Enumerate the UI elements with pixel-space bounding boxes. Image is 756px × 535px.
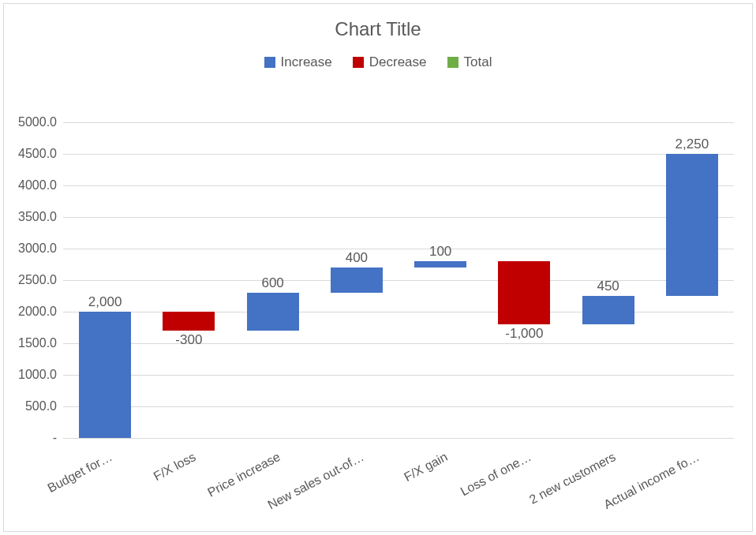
y-tick-label: 500.0 — [25, 399, 63, 413]
bar-data-label: -1,000 — [505, 326, 543, 342]
y-tick-label: - — [53, 431, 63, 445]
gridline — [63, 280, 734, 281]
waterfall-bar — [247, 293, 299, 331]
y-tick-label: 1000.0 — [18, 368, 63, 382]
legend-label-increase: Increase — [281, 54, 332, 70]
gridline — [63, 343, 734, 344]
chart-frame: Chart Title Increase Decrease Total -500… — [3, 3, 753, 532]
legend-item-total: Total — [447, 54, 492, 70]
bar-data-label: -300 — [175, 332, 202, 348]
y-tick-label: 4500.0 — [18, 147, 63, 161]
gridline — [63, 185, 734, 186]
x-tick-label: F/X loss — [152, 450, 198, 484]
y-tick-label: 1500.0 — [18, 336, 63, 350]
waterfall-bar — [498, 261, 550, 324]
y-tick-label: 3000.0 — [18, 241, 63, 256]
y-tick-label: 3500.0 — [18, 210, 63, 224]
gridline — [63, 438, 734, 439]
gridline — [63, 406, 734, 407]
x-tick-label: F/X gain — [402, 450, 450, 484]
waterfall-bar — [79, 312, 131, 438]
waterfall-bar — [414, 261, 466, 268]
gridline — [63, 122, 734, 123]
x-tick-label: Budget for… — [46, 450, 115, 496]
legend-item-decrease: Decrease — [353, 54, 427, 70]
waterfall-bar — [331, 268, 383, 293]
y-tick-label: 2000.0 — [18, 305, 63, 319]
gridline — [63, 217, 734, 218]
legend-item-increase: Increase — [264, 54, 332, 70]
gridline — [63, 375, 734, 376]
x-axis-labels: Budget for…F/X lossPrice increaseNew sal… — [63, 440, 734, 534]
waterfall-bar — [582, 296, 634, 324]
legend-swatch-decrease — [353, 57, 364, 68]
bar-data-label: 2,000 — [88, 294, 122, 310]
y-tick-label: 4000.0 — [18, 178, 63, 193]
bar-data-label: 100 — [429, 244, 451, 260]
bar-data-label: 400 — [346, 250, 368, 266]
legend: Increase Decrease Total — [4, 54, 752, 70]
legend-swatch-increase — [264, 57, 275, 68]
bar-data-label: 2,250 — [676, 137, 709, 152]
x-tick-label: Loss of one… — [458, 450, 534, 499]
bar-data-label: 600 — [261, 275, 283, 291]
gridline — [63, 154, 734, 155]
chart-title: Chart Title — [4, 18, 752, 40]
y-tick-label: 2500.0 — [18, 273, 63, 287]
y-tick-label: 5000.0 — [18, 115, 63, 129]
legend-label-total: Total — [464, 54, 492, 70]
plot-area: -500.01000.01500.02000.02500.03000.03500… — [63, 122, 734, 438]
x-tick-label: Price increase — [205, 450, 283, 499]
waterfall-bar — [666, 154, 718, 296]
waterfall-bar — [163, 312, 215, 331]
gridline — [63, 249, 734, 249]
legend-swatch-total — [447, 57, 458, 68]
legend-label-decrease: Decrease — [369, 54, 427, 70]
bar-data-label: 450 — [597, 279, 619, 294]
